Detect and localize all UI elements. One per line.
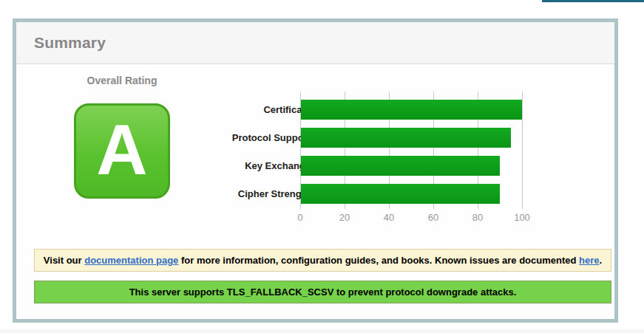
bar-category-label: Certificate <box>133 100 311 120</box>
x-axis-tick-label: 80 <box>472 212 483 223</box>
page-title: Summary <box>34 34 106 52</box>
overall-rating-label: Overall Rating <box>74 75 170 86</box>
summary-panel: Summary Overall Rating A 020406080100Cer… <box>13 18 618 323</box>
x-axis-tick-label: 60 <box>428 212 438 223</box>
score-bar <box>301 156 500 176</box>
x-axis-tick-label: 0 <box>297 212 302 223</box>
page: Summary Overall Rating A 020406080100Cer… <box>0 0 644 333</box>
score-bar <box>301 184 500 204</box>
top-accent-line <box>542 0 644 2</box>
known-issues-link[interactable]: here <box>579 255 599 266</box>
panel-body: Overall Rating A 020406080100Certificate… <box>16 64 614 319</box>
documentation-notice: Visit our documentation page for more in… <box>34 249 611 272</box>
bar-category-label: Cipher Strength <box>133 184 311 204</box>
panel-header: Summary <box>16 22 614 64</box>
x-axis-tick-label: 40 <box>384 212 394 223</box>
tls-fallback-text: This server supports TLS_FALLBACK_SCSV t… <box>129 286 517 298</box>
bar-chart-plot: 020406080100CertificateProtocol SupportK… <box>300 92 523 209</box>
x-axis-tick-label: 20 <box>339 212 350 223</box>
score-bar <box>301 100 522 120</box>
notice-text: for more information, configuration guid… <box>178 255 579 266</box>
chart-gridline <box>522 92 523 209</box>
next-section-edge <box>0 329 644 333</box>
notice-text: Visit our <box>44 255 84 266</box>
x-axis-tick-label: 100 <box>514 212 530 223</box>
score-bar <box>301 128 511 148</box>
bar-category-label: Protocol Support <box>133 128 311 148</box>
tls-fallback-notice: This server supports TLS_FALLBACK_SCSV t… <box>34 281 611 303</box>
bar-category-label: Key Exchange <box>133 156 311 176</box>
documentation-page-link[interactable]: documentation page <box>84 255 178 266</box>
notice-text: . <box>600 255 603 266</box>
